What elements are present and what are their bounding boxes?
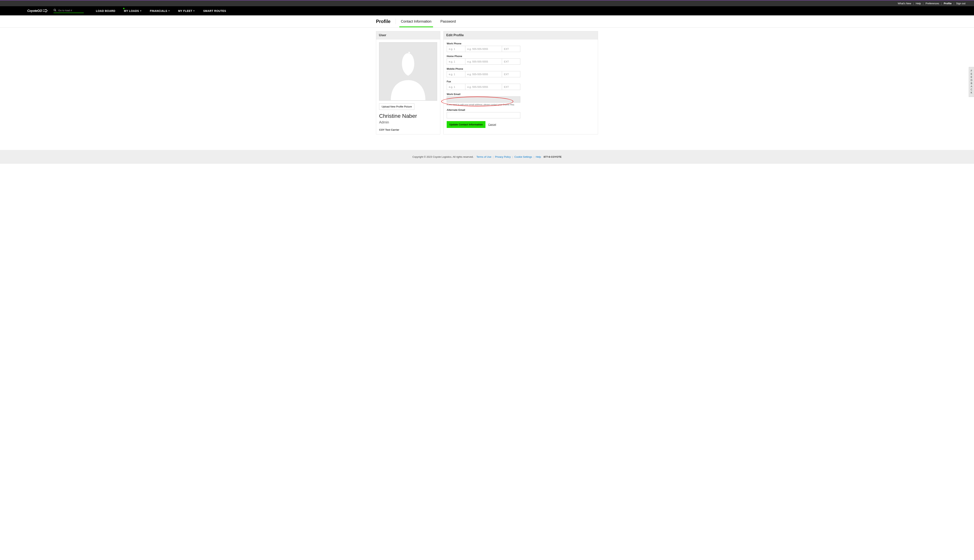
load-search-input[interactable]: [58, 9, 82, 12]
nav-financials-label: FINANCIALS: [150, 9, 167, 12]
alt-email-label: Alternate Email: [447, 108, 595, 112]
search-icon: [53, 9, 56, 12]
logo-text: CoyoteGO: [27, 9, 42, 13]
util-sep: |: [940, 2, 943, 5]
update-button[interactable]: Update Contact Information: [447, 121, 485, 128]
logo-arrow-icon: [42, 9, 48, 13]
cancel-link[interactable]: Cancel: [488, 123, 496, 126]
user-panel-header: User: [376, 32, 440, 39]
nav-my-loads[interactable]: MY LOADS ▾: [120, 6, 145, 15]
subnav-separator: [395, 19, 396, 24]
alt-email-input[interactable]: [447, 112, 520, 118]
edit-panel-header: Edit Profile: [444, 32, 598, 39]
fax-countrycode-input[interactable]: [447, 84, 465, 90]
util-signout[interactable]: Sign out: [955, 2, 966, 5]
notification-dot-icon: [123, 8, 125, 9]
upload-picture-button[interactable]: Upload New Profile Picture: [379, 103, 414, 110]
fax-number-input[interactable]: [465, 84, 502, 90]
util-sep: |: [922, 2, 925, 5]
chevron-down-icon: ▾: [140, 10, 142, 12]
home-phone-number-input[interactable]: [465, 58, 502, 65]
util-sep: |: [952, 2, 955, 5]
fax-label: Fax: [447, 80, 595, 83]
util-sep: |: [912, 2, 915, 5]
svg-line-1: [55, 10, 56, 11]
home-phone-label: Home Phone: [447, 55, 595, 58]
feedback-tab[interactable]: FEEDBACK: [969, 67, 974, 97]
load-search[interactable]: [53, 9, 84, 13]
work-phone-number-input[interactable]: [465, 46, 502, 52]
work-email-hint: If you need to edit your email address, …: [447, 103, 595, 106]
footer-terms[interactable]: Terms of Use: [477, 155, 492, 158]
footer-sep: |: [533, 155, 535, 158]
nav-my-loads-label: MY LOADS: [124, 9, 139, 12]
home-phone-ext-input[interactable]: [502, 58, 520, 65]
work-phone-countrycode-input[interactable]: [447, 46, 465, 52]
footer-sep: |: [511, 155, 514, 158]
mobile-phone-ext-input[interactable]: [502, 71, 520, 77]
user-company: COY Test Carrier: [379, 128, 437, 131]
mobile-phone-countrycode-input[interactable]: [447, 71, 465, 77]
mobile-phone-label: Mobile Phone: [447, 67, 595, 70]
chevron-down-icon: ▾: [193, 10, 195, 12]
edit-profile-panel: Edit Profile Work Phone Home Phone: [444, 31, 598, 134]
logo[interactable]: CoyoteGO: [27, 9, 48, 13]
user-role: Admin: [379, 120, 437, 124]
svg-point-0: [54, 9, 56, 11]
footer-sep: |: [492, 155, 494, 158]
footer-privacy[interactable]: Privacy Policy: [495, 155, 511, 158]
user-name: Christine Naber: [379, 113, 437, 119]
footer-help[interactable]: Help: [536, 155, 541, 158]
util-profile[interactable]: Profile: [943, 2, 952, 5]
work-email-label: Work Email: [447, 93, 595, 96]
tab-password[interactable]: Password: [440, 16, 456, 27]
util-help[interactable]: Help: [915, 2, 922, 5]
util-preferences[interactable]: Preferences: [925, 2, 940, 5]
footer-copyright: Copyright © 2023 Coyote Logistics. All r…: [412, 155, 474, 158]
chevron-down-icon: ▾: [168, 10, 170, 12]
nav-financials[interactable]: FINANCIALS ▾: [145, 6, 174, 15]
avatar: [379, 42, 437, 101]
work-email-input: [447, 97, 520, 103]
page-title: Profile: [376, 19, 390, 24]
footer-cookie[interactable]: Cookie Settings: [514, 155, 532, 158]
nav-my-fleet[interactable]: MY FLEET ▾: [174, 6, 199, 15]
mobile-phone-number-input[interactable]: [465, 71, 502, 77]
home-phone-countrycode-input[interactable]: [447, 58, 465, 65]
nav-my-fleet-label: MY FLEET: [178, 9, 192, 12]
work-phone-label: Work Phone: [447, 42, 595, 45]
user-panel: User Upload New Profile Picture Christin…: [376, 31, 440, 134]
fax-ext-input[interactable]: [502, 84, 520, 90]
nav-smart-routes[interactable]: SMART ROUTES: [199, 6, 230, 15]
nav-load-board[interactable]: LOAD BOARD: [92, 6, 120, 15]
footer-phone: 877-6-COYOTE: [544, 155, 562, 158]
tab-contact-information[interactable]: Contact Information: [401, 16, 432, 27]
work-phone-ext-input[interactable]: [502, 46, 520, 52]
util-whats-new[interactable]: What's New: [897, 2, 912, 5]
